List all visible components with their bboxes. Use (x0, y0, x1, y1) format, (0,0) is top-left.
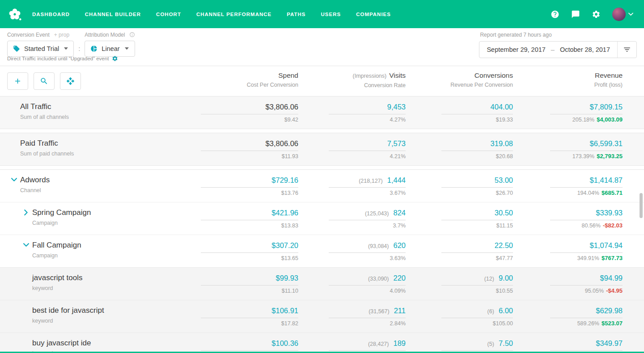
attribution-model-dropdown[interactable]: Linear (85, 41, 135, 57)
revenue-value[interactable]: $7,809.15 (550, 102, 623, 114)
settings-gear-icon[interactable] (112, 55, 118, 62)
visits-value[interactable]: 9,453 (329, 102, 406, 114)
conversions-value[interactable]: 30.50 (441, 208, 513, 220)
visits-value[interactable]: (93,084)620 (329, 241, 406, 253)
row-subtitle: Campaign (32, 252, 81, 259)
conversion-event-label: Conversion Event (7, 32, 50, 38)
date-options-button[interactable] (618, 42, 636, 58)
revenue-value[interactable]: $339.93 (550, 208, 623, 220)
app-logo[interactable] (7, 7, 22, 22)
conversions-count-value: (5) (487, 341, 494, 347)
visits-value[interactable]: (31,567)211 (329, 306, 406, 318)
table-row[interactable]: Adwords Channel $729.16 $13.76 (218,127)… (0, 169, 644, 202)
date-end[interactable]: October 28, 2017 (560, 46, 610, 53)
filter-list-icon (623, 46, 631, 54)
conversions-cell: 30.50 $11.15 (406, 208, 513, 229)
spend-value[interactable]: $100.36 (201, 339, 298, 351)
cost-per-conversion-value: $13.65 (281, 255, 298, 261)
visits-value[interactable]: 7,573 (329, 139, 406, 151)
column-header-revenue: Revenue Profit (loss) (513, 71, 623, 90)
conversions-value[interactable]: 53.00 (441, 176, 513, 188)
table-row[interactable]: javascript tools keyword $99.93 $11.10 (… (0, 267, 644, 300)
direct-traffic-note: Direct Traffic included until “Upgraded”… (7, 56, 109, 61)
revenue-value[interactable]: $629.98 (550, 306, 623, 318)
conversions-value[interactable]: (5)7.50 (441, 339, 513, 351)
spend-value[interactable]: $421.96 (201, 208, 298, 220)
nav-item-users[interactable]: USERS (321, 12, 341, 17)
visits-value[interactable]: (125,043)824 (329, 208, 406, 220)
account-menu[interactable] (612, 8, 633, 21)
profit-percent-value: 80.56% (582, 223, 601, 229)
profit-line: 95.05%-$4.95 (585, 288, 623, 294)
info-icon[interactable] (129, 32, 135, 38)
row-title: Paid Traffic (20, 139, 74, 148)
table-row[interactable]: Paid Traffic Sum of paid channels $3,806… (0, 133, 644, 166)
add-channel-button[interactable] (7, 72, 28, 90)
table-row[interactable]: best ide for javascript keyword $106.91 … (0, 300, 644, 332)
revenue-value[interactable]: $1,074.94 (550, 241, 623, 253)
nav-item-paths[interactable]: PATHS (287, 12, 305, 17)
row-title: buy javascript ide (32, 339, 91, 348)
conversions-value[interactable]: (12)9.00 (441, 273, 513, 286)
conversions-value[interactable]: (6)6.00 (441, 306, 513, 318)
spend-value[interactable]: $99.93 (201, 273, 298, 286)
visits-value[interactable]: (28,427)189 (329, 339, 406, 351)
table-row[interactable]: buy javascript ide keyword $100.36 $13.3… (0, 332, 644, 353)
spend-value[interactable]: $729.16 (201, 176, 298, 188)
add-prop-button[interactable]: + prop (54, 32, 69, 38)
visits-value[interactable]: (218,127)1,444 (329, 176, 406, 188)
revenue-value[interactable]: $349.97 (550, 339, 623, 351)
date-start[interactable]: September 29, 2017 (487, 46, 545, 53)
avatar[interactable] (612, 8, 626, 21)
visits-cell: (33,090)220 4.09% (298, 273, 406, 294)
visits-cell: (93,084)620 3.63% (298, 241, 406, 261)
revenue-value[interactable]: $94.99 (550, 273, 623, 286)
filter-bar: Conversion Event + prop Started Trial : … (0, 28, 644, 66)
conversions-value[interactable]: 404.00 (441, 102, 513, 114)
nav-item-channel-performance[interactable]: CHANNEL PERFORMANCE (196, 12, 271, 17)
revenue-value[interactable]: $6,599.31 (550, 139, 623, 151)
spend-value[interactable]: $3,806.06 (201, 102, 298, 114)
spend-value[interactable]: $106.91 (201, 306, 298, 318)
table-header: Spend Cost Per Conversion (Impressions)V… (0, 66, 644, 96)
profit-value: -$82.03 (603, 223, 623, 229)
search-button[interactable] (34, 72, 55, 90)
nav-item-cohort[interactable]: COHORT (156, 12, 181, 17)
expand-chevron-icon[interactable] (11, 176, 20, 182)
impressions-value: (33,090) (368, 276, 389, 282)
row-name-cell: Spring Campaign Campaign (7, 208, 198, 229)
expand-chevron-icon[interactable] (23, 241, 32, 247)
revenue-per-conversion-value: $19.33 (496, 117, 513, 123)
row-title: Fall Campaign (32, 241, 81, 250)
cost-per-conversion-value: $9.42 (284, 117, 298, 123)
move-button[interactable] (60, 72, 81, 90)
help-icon[interactable] (551, 10, 559, 19)
table-row[interactable]: Spring Campaign Campaign $421.96 $13.83 … (0, 202, 644, 235)
conversions-value[interactable]: 22.50 (441, 241, 513, 253)
nav-item-companies[interactable]: COMPANIES (356, 12, 391, 17)
row-subtitle: Channel (20, 187, 50, 193)
expand-chevron-icon[interactable] (23, 208, 32, 214)
table-toolbar (7, 71, 198, 90)
visits-cell: (28,427)189 3.97% (298, 339, 406, 353)
date-range-picker[interactable]: September 29, 2017 – October 28, 2017 (479, 41, 637, 58)
spend-value[interactable]: $3,806.06 (201, 139, 298, 151)
vertical-scrollbar[interactable] (640, 193, 643, 218)
conversion-event-dropdown[interactable]: Started Trial (7, 41, 74, 57)
revenue-value[interactable]: $1,414.87 (550, 176, 623, 188)
chat-icon[interactable] (571, 10, 580, 19)
table-row[interactable]: All Traffic Sum of all channels $3,806.0… (0, 96, 644, 129)
report-generated-label: Report generated 7 hours ago (479, 32, 551, 38)
conversions-cell: (6)6.00 $105.00 (406, 306, 513, 327)
conversions-value[interactable]: 319.08 (441, 139, 513, 151)
revenue-cell: $339.93 80.56%-$82.03 (513, 208, 623, 229)
gear-icon[interactable] (592, 10, 601, 19)
visits-value[interactable]: (33,090)220 (329, 273, 406, 286)
row-title: Adwords (20, 176, 50, 185)
spend-value[interactable]: $307.20 (201, 241, 298, 253)
spend-cell: $106.91 $17.82 (198, 306, 298, 327)
nav-item-dashboard[interactable]: DASHBOARD (32, 12, 70, 17)
table-row[interactable]: Fall Campaign Campaign $307.20 $13.65 (9… (0, 235, 644, 267)
row-name-cell: javascript tools keyword (7, 273, 198, 294)
nav-item-channel-builder[interactable]: CHANNEL BUILDER (85, 12, 141, 17)
